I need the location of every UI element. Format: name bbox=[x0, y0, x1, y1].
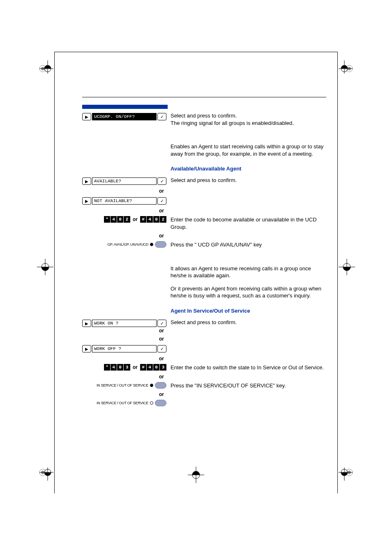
instruction-text: Select and press to confirm. bbox=[171, 319, 326, 326]
feature-key-row: IN SERVICE / OUT OF SERVICE bbox=[82, 382, 166, 389]
code-digit: 0 bbox=[117, 216, 124, 223]
instruction-row bbox=[82, 129, 326, 140]
section-heading: Agent In Service/Out of Service bbox=[171, 308, 326, 314]
left-column bbox=[82, 251, 166, 263]
scroll-arrow-icon: ▶ bbox=[82, 197, 91, 205]
left-column: or bbox=[82, 374, 166, 380]
instruction-row: It allows an Agent to resume receiving c… bbox=[82, 265, 326, 283]
right-column: It allows an Agent to resume receiving c… bbox=[166, 265, 326, 283]
code-digit: 0 bbox=[153, 364, 160, 371]
feature-key-row: IN SERVICE / OUT OF SERVICE bbox=[82, 400, 166, 406]
confirm-check-icon: ✓ bbox=[157, 320, 166, 327]
instruction-row: IN SERVICE / OUT OF SERVICEPress the "IN… bbox=[82, 382, 326, 389]
regmark-icon bbox=[339, 259, 355, 275]
left-column: ▶WORK OFF ?✓ bbox=[82, 344, 166, 353]
instruction-text: Select and press to confirm. The ringing… bbox=[171, 112, 326, 127]
header-rule bbox=[82, 97, 326, 97]
code-digit: * bbox=[104, 216, 111, 223]
lcd-display-row: ▶WORK OFF ?✓ bbox=[82, 344, 166, 353]
instruction-row: or bbox=[82, 208, 326, 214]
body-paragraph: Or it prevents an Agent from receiving c… bbox=[171, 285, 326, 299]
left-column: or bbox=[82, 208, 166, 214]
led-icon bbox=[150, 384, 153, 387]
instruction-row: or bbox=[82, 374, 326, 380]
regmark-icon bbox=[188, 467, 204, 483]
left-column: ▶WORK ON ?✓or bbox=[82, 319, 166, 334]
regmark-icon bbox=[339, 58, 355, 74]
instruction-row: *402or#402Enter the code to become avail… bbox=[82, 216, 326, 230]
code-digit: 4 bbox=[147, 216, 153, 223]
confirm-check-icon: ✓ bbox=[157, 177, 166, 185]
feature-key-button bbox=[155, 241, 166, 248]
instruction-text: Enter the code to switch the state to In… bbox=[171, 364, 326, 371]
body-paragraph: It allows an Agent to resume receiving c… bbox=[171, 265, 326, 279]
confirm-check-icon: ✓ bbox=[157, 113, 166, 120]
or-label: or bbox=[82, 233, 166, 239]
or-label: or bbox=[82, 188, 166, 194]
right-column: Select and press to confirm. bbox=[166, 319, 326, 326]
regmark-icon bbox=[37, 58, 53, 74]
code-sequence: *402or#402 bbox=[82, 216, 166, 223]
code-digit: 4 bbox=[147, 364, 153, 371]
code-digit: 0 bbox=[117, 364, 124, 371]
lcd-display-row: ▶NOT AVAILABLE?✓ bbox=[82, 196, 166, 205]
scroll-arrow-icon: ▶ bbox=[82, 113, 91, 120]
instruction-text: Press the "IN SERVICE/OUT OF SERVICE" ke… bbox=[171, 382, 326, 389]
left-column: or bbox=[82, 188, 166, 194]
right-column: Press the "IN SERVICE/OUT OF SERVICE" ke… bbox=[166, 382, 326, 389]
instruction-row: Enables an Agent to start receiving call… bbox=[82, 143, 326, 161]
feature-key-button bbox=[155, 382, 166, 389]
left-column: *402or#402 bbox=[82, 216, 166, 223]
left-column: or bbox=[82, 336, 166, 342]
or-label: or bbox=[82, 374, 166, 380]
instruction-text: Press the " UCD GP AVAIL/UNAV" key bbox=[171, 241, 326, 249]
code-digit: 2 bbox=[160, 216, 166, 223]
body-paragraph: Enables an Agent to start receiving call… bbox=[171, 143, 326, 157]
left-column: ▶AVAILABLE?✓ bbox=[82, 177, 166, 186]
lcd-text: WORK ON ? bbox=[92, 320, 157, 327]
or-label: or bbox=[82, 356, 166, 362]
regmark-icon bbox=[339, 467, 355, 483]
right-column: Press the " UCD GP AVAIL/UNAV" key bbox=[166, 241, 326, 249]
right-column: Agent In Service/Out of Service bbox=[166, 305, 326, 316]
left-column: or bbox=[82, 356, 166, 362]
left-column: ▶NOT AVAILABLE?✓ bbox=[82, 196, 166, 205]
right-column: Or it prevents an Agent from receiving c… bbox=[166, 285, 326, 303]
left-column: IN SERVICE / OUT OF SERVICE bbox=[82, 400, 166, 406]
crop-line bbox=[337, 52, 338, 493]
or-label: or bbox=[133, 216, 138, 222]
confirm-check-icon: ✓ bbox=[157, 345, 166, 352]
instruction-row: or bbox=[82, 391, 326, 397]
crop-line bbox=[54, 52, 55, 493]
right-column: Enables an Agent to start receiving call… bbox=[166, 143, 326, 161]
code-digit: 2 bbox=[124, 216, 130, 223]
instruction-row: or bbox=[82, 233, 326, 239]
instruction-row: GP. AVAIL/GP. UNAV/UCDPress the " UCD GP… bbox=[82, 241, 326, 249]
instruction-row: or bbox=[82, 188, 326, 194]
key-label: IN SERVICE / OUT OF SERVICE bbox=[97, 401, 148, 405]
instruction-row: ▶WORK ON ?✓orSelect and press to confirm… bbox=[82, 319, 326, 334]
right-column: Available/Unavailable Agent bbox=[166, 163, 326, 174]
code-digit: 4 bbox=[111, 364, 117, 371]
lcd-display-row: ▶AVAILABLE?✓ bbox=[82, 177, 166, 186]
code-digit: 3 bbox=[160, 364, 166, 371]
key-label: GP. AVAIL/GP. UNAV/UCD bbox=[107, 242, 148, 246]
left-column: IN SERVICE / OUT OF SERVICE bbox=[82, 382, 166, 389]
instruction-text: Enter the code to become available or un… bbox=[171, 216, 326, 230]
right-column: Enter the code to become available or un… bbox=[166, 216, 326, 230]
code-digit: * bbox=[104, 364, 111, 371]
instruction-row bbox=[82, 251, 326, 263]
instruction-row: Or it prevents an Agent from receiving c… bbox=[82, 285, 326, 303]
instruction-row: ▶AVAILABLE?✓Select and press to confirm. bbox=[82, 177, 326, 186]
instruction-row: or bbox=[82, 356, 326, 362]
step-header-bar bbox=[82, 105, 168, 109]
or-label: or bbox=[82, 208, 166, 214]
scroll-arrow-icon: ▶ bbox=[82, 345, 91, 352]
led-icon bbox=[150, 401, 153, 405]
instruction-row: Available/Unavailable Agent bbox=[82, 163, 326, 174]
lcd-display-row: ▶WORK ON ?✓ bbox=[82, 319, 166, 328]
crop-line bbox=[54, 52, 338, 52]
or-label: or bbox=[82, 391, 166, 397]
code-digit: 3 bbox=[124, 364, 130, 371]
code-digit: 4 bbox=[111, 216, 117, 223]
